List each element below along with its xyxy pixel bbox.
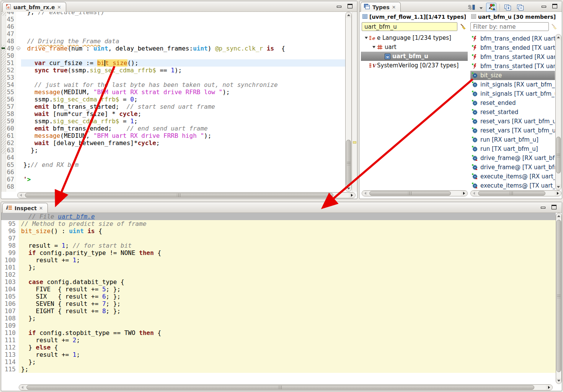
scroll-track[interactable] [24, 193, 349, 198]
member-filter-input[interactable] [470, 22, 549, 31]
member-item[interactable]: drive_frame@ [TX uart_bfm_u] [470, 163, 555, 172]
member-item[interactable]: bfm_trans_ended [RX uart_bfm_u] [470, 34, 555, 43]
code-text[interactable]: EIGHT { result += 8; }; [19, 307, 556, 315]
editor-code-line[interactable]: 66 [1, 168, 345, 176]
code-text[interactable]: wait [delay_between_frames]*cycle; [21, 139, 345, 147]
code-text[interactable]: message(MEDIUM, "BFM uart RX drive FRRB … [21, 132, 345, 139]
scroll-thumb[interactable] [26, 385, 534, 390]
code-text[interactable]: // just wait for the last byte has been … [21, 81, 345, 88]
editor-code-line[interactable]: 62 wait [delay_between_frames]*cycle; [1, 139, 345, 147]
horizontal-sash[interactable] [1, 199, 562, 202]
code-text[interactable]: }; [19, 264, 556, 271]
member-item[interactable]: run [RX uart_bfm_u] [470, 135, 555, 144]
inspect-code-line[interactable]: 102 [1, 271, 556, 278]
editor-code-line[interactable]: 65};// end RX bfm [1, 161, 345, 168]
tab-inspect[interactable]: i Inspect ✕ [2, 203, 48, 213]
code-text[interactable]: }; [19, 358, 556, 366]
scroll-thumb[interactable] [556, 220, 561, 372]
editor-code-line[interactable]: 51 var cur_fsize := bit_size(); [1, 59, 345, 67]
code-text[interactable] [21, 52, 345, 59]
scroll-down-button[interactable] [346, 186, 351, 191]
code-text[interactable] [21, 183, 345, 190]
inspect-code-line[interactable]: 97 [1, 235, 556, 242]
code-text[interactable]: result += 2; [19, 336, 556, 344]
editor-code-line[interactable]: 44 }; // execute_items() [1, 12, 345, 16]
scroll-left-button[interactable] [18, 193, 24, 198]
inspect-code-line[interactable]: 100 result += 1; [1, 256, 556, 264]
fold-column[interactable]: − [16, 45, 21, 52]
members-vertical-scrollbar[interactable] [555, 34, 561, 190]
editor-horizontal-scrollbar[interactable] [17, 192, 356, 198]
scroll-right-button[interactable] [555, 191, 561, 196]
inspect-code-line[interactable]: 99 if config.parity_type != NONE then { [1, 249, 556, 256]
editor-code-line[interactable]: 58 wait [num*cur_fsize] * cycle; [1, 110, 345, 118]
expand-chevron-icon[interactable] [371, 46, 377, 48]
code-text[interactable]: var cur_fsize := bit_size(); [21, 59, 345, 67]
code-text[interactable]: }; [21, 147, 345, 154]
close-icon[interactable]: ✕ [392, 5, 396, 10]
maximize-button[interactable] [348, 4, 352, 8]
types-tree-horizontal-scrollbar[interactable] [362, 190, 468, 196]
code-text[interactable]: // File uart_bfm.e [19, 213, 556, 220]
member-item[interactable]: run [TX uart_bfm_u] [470, 144, 555, 154]
group-by-button[interactable] [486, 3, 496, 12]
clear-filter-icon[interactable] [460, 23, 467, 30]
member-item[interactable]: reset_vars [TX uart_bfm_u] [470, 126, 555, 135]
inspect-code-line[interactable]: 96bit_size() : uint is { [1, 227, 556, 235]
collapse-all-button[interactable] [516, 3, 525, 12]
inspect-code-line[interactable]: 95// Method to predict size of frame [1, 220, 556, 227]
sort-options-button[interactable] [467, 3, 477, 11]
inspect-viewport[interactable]: // File uart_bfm.e95// Method to predict… [1, 213, 562, 384]
editor-code-line[interactable]: 47 [1, 30, 345, 38]
inspect-code-line[interactable]: 109 [1, 322, 556, 329]
inspect-code-line[interactable]: 107 EIGHT { result += 8; }; [1, 307, 556, 315]
editor-code-line[interactable]: 64 [1, 154, 345, 161]
scroll-down-button[interactable] [556, 184, 561, 190]
minimize-button[interactable] [541, 207, 545, 209]
editor-code-line[interactable]: 50 [1, 52, 345, 59]
code-text[interactable] [19, 235, 556, 242]
editor-code-line[interactable]: 54 // just wait for the last byte has be… [1, 81, 345, 88]
inspect-code-line[interactable]: 113 result += 1; [1, 351, 556, 358]
code-text[interactable]: '> [21, 176, 345, 183]
scroll-up-button[interactable] [556, 34, 561, 40]
scroll-right-button[interactable] [461, 191, 467, 196]
editor-code-line[interactable]: 60 emit bfm_trans_ended; // end send uar… [1, 125, 345, 132]
code-text[interactable]: result += 1; [19, 256, 556, 264]
editor-code-line[interactable]: 49− drive_frame(num : uint, delay_betwee… [1, 45, 345, 52]
inspect-code-line[interactable]: 108 }; [1, 315, 556, 322]
editor-code-line[interactable]: 53 [1, 74, 345, 81]
editor-code-line[interactable]: 46 [1, 23, 345, 30]
member-item[interactable]: init_signals [RX uart_bfm_u] [470, 80, 555, 89]
inspect-code-line[interactable]: 103 case config.databit_type { [1, 278, 556, 286]
scroll-right-button[interactable] [546, 385, 552, 390]
code-text[interactable] [21, 30, 345, 38]
occurrence-marker[interactable] [353, 141, 356, 144]
code-text[interactable]: }; [19, 315, 556, 322]
overview-ruler[interactable] [352, 12, 357, 192]
scroll-track[interactable] [369, 191, 461, 196]
member-item[interactable]: bit_size [470, 71, 555, 80]
tree-item-e[interactable]: ee Language [1/234 types] [361, 33, 468, 42]
scroll-track[interactable] [556, 219, 561, 378]
code-text[interactable] [21, 168, 345, 176]
editor-code-line[interactable]: 56 ssmp.sig_sec_cdma_rfrb$ = 0; [1, 96, 345, 103]
scroll-up-button[interactable] [556, 213, 561, 219]
maximize-button[interactable] [552, 4, 557, 8]
member-item[interactable]: drive_frame@ [RX uart_bfm_u] [470, 154, 555, 163]
scroll-track[interactable] [346, 18, 351, 186]
tree-item-systemverilog[interactable]: VSystemVerilog [0/237 types] [361, 61, 468, 70]
editor-code-line[interactable]: 45 [1, 16, 345, 23]
code-text[interactable]: FIVE { result += 5; }; [19, 286, 556, 293]
scroll-thumb[interactable] [556, 137, 561, 173]
code-text[interactable] [19, 322, 556, 329]
editor-code-line[interactable]: 67'> [1, 176, 345, 183]
code-text[interactable] [21, 23, 345, 30]
code-text[interactable]: emit bfm_trans_started; // start send ua… [21, 103, 345, 110]
code-text[interactable]: ssmp.sig_sec_cdma_rfrb$ = 0; [21, 96, 345, 103]
tab-uart-bfm-rx[interactable]: e uart_bfm_rx.e ✕ [2, 2, 66, 12]
code-text[interactable]: wait [num*cur_fsize] * cycle; [21, 110, 345, 118]
inspect-code-line[interactable]: 98 result = 1; // for start bit [1, 242, 556, 249]
editor-code-line[interactable]: 55 message(MEDIUM, "BFM uart RX strat dr… [1, 88, 345, 96]
member-item[interactable]: bfm_trans_ended [TX uart_bfm_u] [470, 43, 555, 52]
